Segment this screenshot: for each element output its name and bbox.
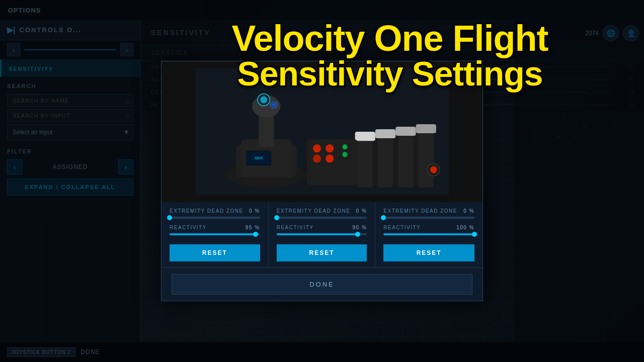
svg-rect-27 [375,129,395,138]
svg-point-36 [342,152,347,157]
modal-settings: EXTREMITY DEAD ZONE 0 % REACTIVITY 95 % [162,202,482,267]
extremity-row-3: EXTREMITY DEAD ZONE 0 % [383,208,474,219]
svg-point-41 [272,103,276,107]
reset-button-2[interactable]: RESET [277,244,367,261]
modal-col-3: EXTREMITY DEAD ZONE 0 % REACTIVITY 100 % [375,202,482,267]
reactivity-fill-2 [277,233,358,235]
reactivity-row-1: REACTIVITY 95 % [170,225,260,235]
reactivity-fill-1 [170,233,256,235]
reactivity-track-3[interactable] [383,233,474,235]
extremity-thumb-3 [381,215,386,220]
svg-point-43 [430,166,437,173]
extremity-label-3: EXTREMITY DEAD ZONE 0 % [383,208,474,214]
reset-button-1[interactable]: RESET [170,244,260,261]
extremity-value-3: 0 % [463,208,474,214]
extremity-thumb-2 [274,215,279,220]
svg-point-35 [342,144,347,149]
reactivity-label-1: REACTIVITY 95 % [170,225,260,230]
reactivity-value-2: 90 % [353,225,367,230]
extremity-row-1: EXTREMITY DEAD ZONE 0 % [170,208,260,219]
reactivity-track-2[interactable] [277,233,367,235]
extremity-row-2: EXTREMITY DEAD ZONE 0 % [277,208,367,219]
reactivity-row-3: REACTIVITY 100 % [383,225,474,235]
reactivity-value-3: 100 % [456,225,474,230]
svg-rect-25 [419,124,434,188]
reactivity-row-2: REACTIVITY 90 % [277,225,367,235]
extremity-thumb-1 [167,215,172,220]
done-button[interactable]: DONE [172,274,472,295]
modal-col-2: EXTREMITY DEAD ZONE 0 % REACTIVITY 90 % [269,202,376,267]
svg-point-32 [326,144,334,152]
reset-button-3[interactable]: RESET [383,244,474,261]
reactivity-label-3: REACTIVITY 100 % [383,225,474,230]
extremity-track-3[interactable] [383,217,474,219]
extremity-label-1: EXTREMITY DEAD ZONE 0 % [170,208,260,214]
reactivity-track-1[interactable] [170,233,260,235]
svg-rect-28 [395,127,416,136]
svg-point-34 [326,154,334,162]
reactivity-label-2: REACTIVITY 90 % [277,225,367,230]
reactivity-thumb-3 [472,232,477,237]
svg-point-31 [313,144,321,152]
modal-dialog: XBOX EXTREMITY DEAD ZONE 0 % [161,61,483,301]
done-btn-row: DONE [162,267,482,301]
extremity-value-2: 0 % [356,208,367,214]
reactivity-thumb-1 [253,232,258,237]
svg-rect-26 [355,132,375,141]
modal-col-1: EXTREMITY DEAD ZONE 0 % REACTIVITY 95 % [162,202,269,267]
extremity-track-1[interactable] [170,217,260,219]
extremity-label-2: EXTREMITY DEAD ZONE 0 % [277,208,367,214]
reactivity-fill-3 [383,233,474,235]
reactivity-thumb-2 [355,232,360,237]
modal-overlay: XBOX EXTREMITY DEAD ZONE 0 % [0,0,644,362]
svg-point-33 [313,154,321,162]
svg-text:XBOX: XBOX [255,156,264,160]
modal-image-area: XBOX [162,61,482,202]
extremity-track-2[interactable] [277,217,367,219]
svg-rect-29 [416,124,436,133]
reactivity-value-1: 95 % [246,225,260,230]
svg-point-20 [260,96,267,103]
extremity-value-1: 0 % [249,208,260,214]
product-illustration: XBOX [178,68,466,195]
